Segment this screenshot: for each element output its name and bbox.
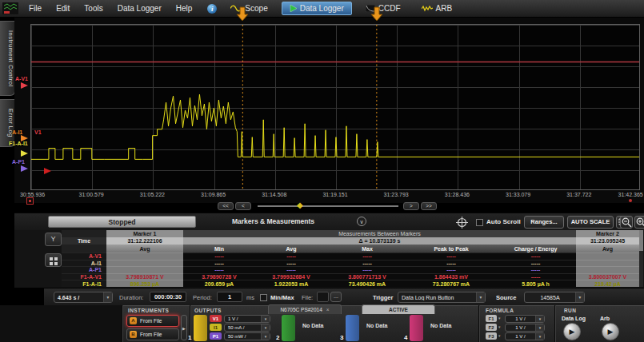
formula-scale-value: 1 V / (506, 334, 535, 339)
outputs-header: OUTPUTS (194, 308, 222, 313)
table-cell: ----- (495, 260, 576, 267)
run-button-arb[interactable]: ▶ (602, 323, 619, 340)
collapse-icon[interactable]: ∨ (357, 217, 366, 226)
formula-chip-f1[interactable]: F1 (486, 315, 497, 322)
instrument-tab-label: N6705C PS#2014 (280, 307, 322, 312)
channel-chip-p1: P1 (210, 332, 222, 340)
table-cell: ----- (255, 260, 327, 267)
marker-tool-icon[interactable]: Y (45, 233, 62, 246)
time-axis: 30:55.93631:00.57931:05.22231:09.86531:1… (30, 192, 640, 200)
file-field[interactable] (317, 292, 329, 302)
source-value: 14585A (525, 295, 575, 300)
minmax-checkbox[interactable] (260, 294, 267, 301)
browse-button[interactable]: ... (330, 292, 342, 302)
measurements-grid-icon[interactable] (45, 253, 62, 267)
play-icon: ▶ (570, 328, 575, 336)
formula-chip-f2[interactable]: F2 (486, 324, 497, 331)
ranges-button[interactable]: Ranges... (524, 216, 564, 229)
formula-scale-select-f1[interactable]: 1 V /▾ (505, 315, 545, 323)
scroll-fast-back-button[interactable]: << (218, 202, 234, 210)
formula-scale-select-f2[interactable]: 1 V /▾ (505, 324, 545, 332)
table-scrollbar[interactable] (639, 230, 643, 287)
crosshair-icon[interactable] (456, 217, 468, 229)
channel-chip-i1: I1 (210, 324, 222, 331)
output-scale-select-p1[interactable]: 50 mW /▾ (224, 332, 270, 340)
x-tick: 31:23.793 (384, 192, 409, 197)
table-cell: 219.42 µA (576, 280, 639, 287)
play-icon: ▶ (608, 328, 614, 336)
scroll-thumb[interactable]: ◆ (297, 201, 303, 210)
zoom-out-button[interactable] (620, 216, 633, 229)
chevron-down-icon: ▾ (261, 333, 270, 340)
table-cell: 3.798910871 V (106, 273, 183, 280)
status-badge[interactable]: Stopped (48, 216, 196, 228)
active-tab[interactable]: ACTIVE (362, 304, 435, 314)
output-4-number: 4 (404, 334, 407, 341)
table-cell: 73.280767 mA (407, 280, 495, 287)
chevron-down-icon[interactable]: ▾ (498, 324, 501, 329)
table-cell: ----- (183, 260, 255, 267)
table-cell: F1-A-I1 (62, 280, 106, 287)
table-row-a-i1[interactable]: A-I1------------------------- (62, 260, 639, 267)
chevron-down-icon: ▾ (476, 292, 485, 302)
instrument-tab[interactable]: N6705C PS#2014 × (268, 304, 342, 314)
table-row-a-v1[interactable]: A-V1------------------------- (62, 253, 639, 260)
table-cell: 3.800037007 V (576, 273, 639, 280)
chevron-down-icon[interactable]: ▾ (498, 316, 501, 320)
instruments-expander[interactable]: ▶ (181, 315, 187, 340)
waveform-plot[interactable] (30, 24, 640, 190)
trigger-select[interactable]: Data Log Run Button ▾ (398, 292, 486, 303)
output-3-number: 3 (340, 334, 343, 341)
marker1-title: Marker 1 (106, 230, 183, 237)
table-cell: 5.805 µA h (495, 280, 576, 287)
output-3-bar[interactable] (346, 315, 359, 341)
run-label-data-log: Data Log (562, 316, 586, 321)
table-row-a-p1[interactable]: A-P1------------------------- (62, 266, 639, 273)
formula-chip-f3[interactable]: F3 (486, 332, 497, 340)
instrument-a-button[interactable]: A From File (126, 315, 179, 327)
table-cell: ----- (327, 260, 407, 267)
output-4-no-data: No Data (430, 323, 451, 328)
instrument-b-button[interactable]: B From File (126, 328, 179, 340)
period-unit: ms (246, 294, 254, 301)
period-label: Period: (193, 294, 212, 301)
output-1-bar[interactable] (194, 315, 207, 341)
sidebar-tab-error-log[interactable]: Error Log (0, 99, 15, 147)
table-cell: ----- (495, 266, 576, 273)
duration-field[interactable]: 000:00:30 (150, 292, 186, 302)
auto-scroll-label: Auto Scroll (486, 218, 521, 225)
marker2-time: 31:23.095245 (576, 237, 639, 245)
marker-flag-icon-1[interactable] (236, 6, 249, 22)
marker-flag-icon-2[interactable] (370, 6, 383, 22)
marker-arrow-layer (0, 0, 644, 24)
chevron-down-icon: ▾ (261, 316, 270, 322)
source-label: Source (496, 294, 516, 301)
scroll-back-button[interactable]: < (235, 202, 251, 210)
active-tab-label: ACTIVE (389, 307, 408, 312)
time-per-div-select[interactable]: 4.643 s / ▾ (54, 292, 113, 303)
run-label-arb: Arb (600, 316, 610, 321)
table-cell: A-P1 (62, 266, 106, 273)
table-row-f1-a-v1[interactable]: F1-A-V13.798910871 V3.79890728 V3.799932… (62, 273, 639, 280)
formula-scale-select-f3[interactable]: 1 V /▾ (505, 332, 545, 340)
output-scale-select-i1[interactable]: 50 mA /▾ (224, 324, 270, 332)
output-4-bar[interactable] (410, 315, 423, 341)
output-scale-select-v1[interactable]: 1 V /▾ (224, 315, 270, 323)
chevron-down-icon[interactable]: ▾ (498, 333, 501, 338)
source-select[interactable]: 14585A ▾ (524, 292, 585, 303)
auto-scale-button[interactable]: AUTO SCALE (567, 216, 614, 229)
col-header-ptp: Peak to Peak (407, 245, 495, 253)
scroll-track[interactable] (258, 205, 398, 207)
run-button-data-log[interactable]: ▶ (563, 323, 581, 340)
table-row-f1-a-i1[interactable]: F1-A-I1896.253 µA209.659 µA1.922053 mA73… (62, 280, 639, 287)
close-icon[interactable]: × (326, 307, 330, 312)
sidebar-tab-instrument-control[interactable]: Instrument Control (0, 21, 15, 96)
auto-scroll-checkbox[interactable] (476, 219, 483, 226)
toolbar: Stopped Markers & Measurements ∨ Auto Sc… (14, 213, 644, 231)
scroll-fast-fwd-button[interactable]: >> (421, 202, 437, 210)
zoom-in-button[interactable] (634, 216, 644, 229)
scroll-fwd-button[interactable]: > (403, 202, 419, 210)
period-field[interactable]: 1 (217, 292, 242, 302)
output-2-bar[interactable] (282, 315, 295, 341)
log-start-icon (26, 197, 34, 205)
